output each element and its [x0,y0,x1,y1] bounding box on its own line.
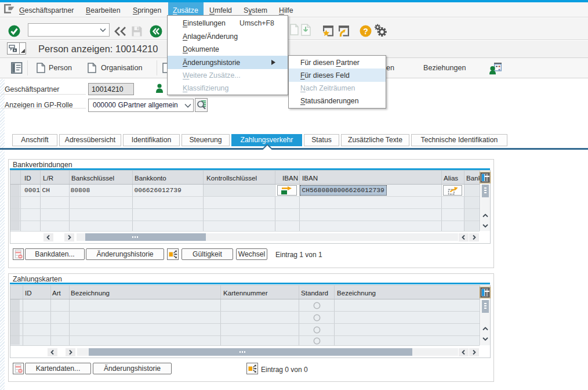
svg-text:?: ? [363,27,368,36]
